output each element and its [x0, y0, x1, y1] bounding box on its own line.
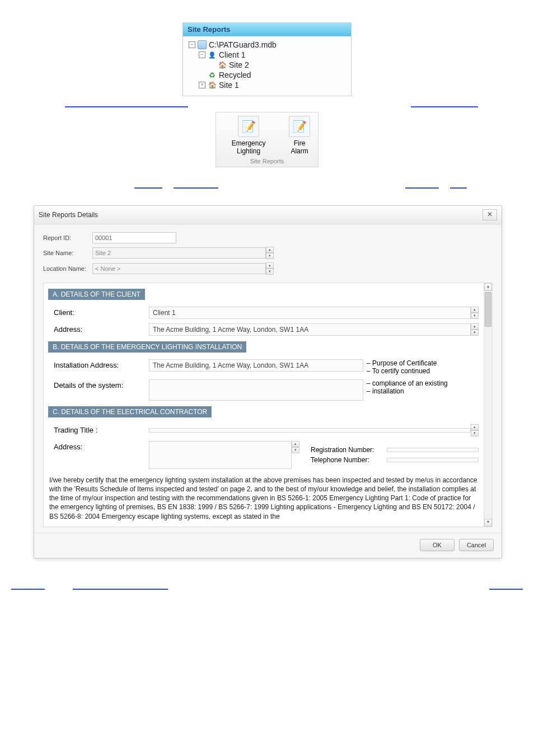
- divider: [65, 106, 188, 107]
- spinner-icon[interactable]: ▴▾: [471, 307, 479, 319]
- reg-number-input[interactable]: [387, 448, 479, 452]
- tree-node-client1[interactable]: − Client 1: [199, 50, 345, 60]
- ribbon-emergency-lighting-label: Emergency Lighting: [219, 139, 278, 156]
- spinner-icon[interactable]: ▴▾: [292, 441, 299, 469]
- section-c-banner: C. DETAILS OF THE ELECTRICAL CONTRACTOR: [48, 406, 212, 417]
- tree-node-site1-label: Site 1: [219, 81, 239, 90]
- scroll-thumb[interactable]: [485, 292, 491, 327]
- tree-panel-title: Site Reports: [183, 23, 351, 36]
- site-name-label: Site Name:: [43, 250, 92, 256]
- dialog-close-button[interactable]: ✕: [483, 209, 497, 220]
- details-of-system-input[interactable]: [149, 379, 363, 401]
- tree-node-site1[interactable]: + Site 1: [199, 80, 345, 90]
- section-a-banner: A. DETAILS OF THE CLIENT: [48, 289, 145, 300]
- install-address-input[interactable]: The Acme Building, 1 Acme Way, London, S…: [149, 359, 363, 372]
- cancel-button[interactable]: Cancel: [459, 539, 494, 551]
- tree-node-recycled-label: Recycled: [219, 71, 251, 79]
- install-address-label: Installation Address:: [54, 359, 149, 369]
- form-scrollbar[interactable]: ▴ ▾: [484, 283, 492, 527]
- reg-number-label: Registration Number:: [311, 446, 383, 454]
- tree-node-site2[interactable]: Site 2: [209, 60, 345, 70]
- client-address-label: Address:: [54, 323, 149, 334]
- ok-button[interactable]: OK: [420, 539, 455, 551]
- location-name-dropdown-icon[interactable]: ▴▾: [266, 262, 274, 275]
- spinner-icon[interactable]: ▴▾: [471, 424, 479, 436]
- section-b-banner: B. DETAILS OF THE EMERGENCY LIGHTING INS…: [48, 341, 246, 353]
- trading-title-label: Trading Title :: [54, 424, 149, 434]
- tree-node-recycled[interactable]: Recycled: [199, 70, 345, 80]
- divider: [174, 187, 218, 189]
- site-name-input[interactable]: [92, 247, 266, 259]
- scroll-up-icon[interactable]: ▴: [484, 283, 492, 291]
- report-id-label: Report ID:: [43, 234, 92, 241]
- dialog-title: Site Reports Details: [39, 211, 98, 219]
- expand-icon[interactable]: +: [199, 82, 205, 88]
- purpose-side-info: – Purpose of Certificate – To certify co…: [363, 359, 479, 375]
- divider: [134, 187, 162, 189]
- tree-node-db[interactable]: − C:\PATGuard3.mdb: [189, 40, 345, 50]
- divider: [411, 106, 478, 107]
- recycle-icon: [208, 71, 217, 79]
- site-name-dropdown-icon[interactable]: ▴▾: [266, 247, 274, 259]
- purpose-side-info-2: – compliance of an existing – installati…: [363, 379, 479, 395]
- ribbon-group-caption: Site Reports: [219, 158, 315, 165]
- divider: [450, 187, 467, 189]
- tree-node-client1-label: Client 1: [219, 50, 245, 59]
- site-reports-tree-panel: Site Reports − C:\PATGuard3.mdb − Client…: [182, 22, 352, 96]
- fire-alarm-icon: 📝: [289, 116, 310, 137]
- telephone-input[interactable]: [387, 458, 479, 462]
- collapse-icon[interactable]: −: [189, 41, 195, 48]
- location-name-input[interactable]: [92, 263, 266, 274]
- contractor-address-input[interactable]: [149, 441, 292, 469]
- site-icon: [218, 60, 227, 69]
- report-id-input[interactable]: [92, 232, 176, 243]
- site-reports-details-dialog: Site Reports Details ✕ Report ID: Site N…: [34, 205, 502, 558]
- emergency-lighting-icon: 📝: [238, 116, 259, 137]
- client-input[interactable]: Client 1: [149, 307, 471, 319]
- location-name-label: Location Name:: [43, 265, 92, 272]
- tree-node-site2-label: Site 2: [229, 60, 249, 69]
- client-label: Client:: [54, 307, 149, 317]
- scroll-down-icon[interactable]: ▾: [484, 519, 492, 527]
- declaration-text: I/we hereby certify that the emergency l…: [44, 471, 484, 527]
- form-scroll-area: A. DETAILS OF THE CLIENT Client: Client …: [43, 283, 493, 527]
- site-icon: [208, 81, 217, 90]
- ribbon-emergency-lighting[interactable]: 📝 Emergency Lighting: [219, 116, 278, 156]
- divider: [11, 589, 45, 590]
- tree-node-db-label: C:\PATGuard3.mdb: [209, 40, 277, 49]
- spinner-icon[interactable]: ▴▾: [471, 323, 479, 336]
- details-of-system-label: Details of the system:: [54, 379, 149, 389]
- ribbon-fire-alarm-label: Fire Alarm: [284, 139, 315, 156]
- trading-title-input[interactable]: [149, 428, 471, 433]
- telephone-label: Telephone Number:: [311, 456, 383, 464]
- database-icon: [198, 40, 207, 49]
- client-icon: [208, 50, 217, 59]
- divider: [405, 187, 439, 189]
- divider: [73, 589, 168, 590]
- client-address-input[interactable]: The Acme Building, 1 Acme Way, London, S…: [149, 323, 471, 336]
- collapse-icon[interactable]: −: [199, 51, 205, 58]
- contractor-address-label: Address:: [54, 441, 149, 451]
- divider: [489, 589, 523, 590]
- ribbon-fire-alarm[interactable]: 📝 Fire Alarm: [284, 116, 315, 156]
- ribbon-site-reports-group: 📝 Emergency Lighting 📝 Fire Alarm Site R…: [216, 112, 318, 167]
